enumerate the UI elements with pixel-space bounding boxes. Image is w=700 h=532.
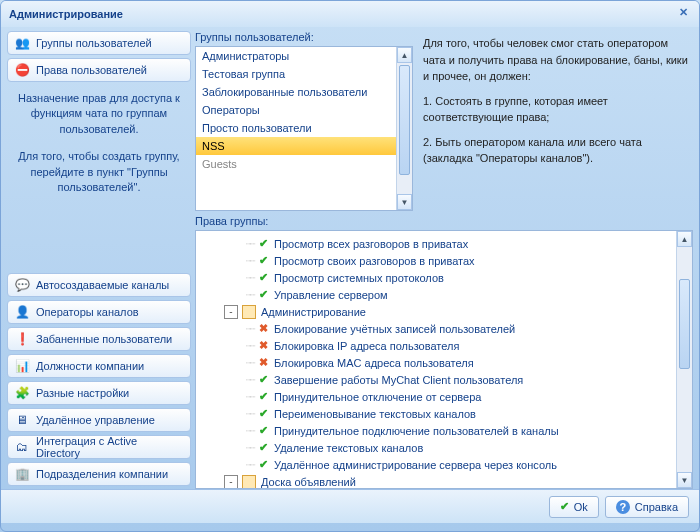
help-text-1: Назначение прав для доступа к функциям ч… [7, 85, 191, 143]
check-icon: ✔ [257, 238, 269, 250]
folder-icon [242, 475, 256, 489]
group-list-item[interactable]: Guests [196, 155, 412, 173]
tree-item-label: Просмотр своих разговоров в приватах [274, 255, 475, 267]
rights-label: Права группы: [195, 215, 693, 227]
folder-icon [242, 305, 256, 319]
tree-leaf[interactable]: ┈┈✔Просмотр всех разговоров в приватах [196, 235, 692, 252]
sidebar-icon: 🏢 [14, 466, 30, 482]
tree-item-label: Просмотр системных протоколов [274, 272, 444, 284]
tree-item-label: Блокировка IP адреса пользователя [274, 340, 459, 352]
group-list-item[interactable]: Операторы [196, 101, 412, 119]
sidebar-item[interactable]: 🧩Разные настройки [7, 381, 191, 405]
tree-item-label: Переименовывание текстовых каналов [274, 408, 476, 420]
tree-item-label: Удалённое администрирование сервера чере… [274, 459, 557, 471]
tree-leaf[interactable]: ┈┈✔Удаление текстовых каналов [196, 439, 692, 456]
sidebar-icon: 🖥 [14, 412, 30, 428]
check-icon: ✔ [257, 255, 269, 267]
close-icon[interactable]: ✕ [675, 6, 691, 22]
ok-button[interactable]: ✔ Ok [549, 496, 599, 518]
scroll-up-icon[interactable]: ▲ [397, 47, 412, 63]
sidebar-item[interactable]: 👥Группы пользователей [7, 31, 191, 55]
scroll-down-icon[interactable]: ▼ [677, 472, 692, 488]
help-icon: ? [616, 500, 630, 514]
tree-item-label: Принудительное отключение от сервера [274, 391, 481, 403]
scroll-up-icon[interactable]: ▲ [677, 231, 692, 247]
groups-listbox[interactable]: АдминистраторыТестовая группаЗаблокирова… [195, 46, 413, 211]
sidebar-icon: 👥 [14, 35, 30, 51]
sidebar-item[interactable]: 🗂Интеграция с Active Directory [7, 435, 191, 459]
sidebar-item-label: Должности компании [36, 360, 144, 372]
sidebar-icon: 🗂 [14, 439, 30, 455]
sidebar-item-label: Права пользователей [36, 64, 147, 76]
sidebar-item-label: Подразделения компании [36, 468, 168, 480]
sidebar-item[interactable]: 📊Должности компании [7, 354, 191, 378]
tree-leaf[interactable]: ┈┈✔Переименовывание текстовых каналов [196, 405, 692, 422]
tree-leaf[interactable]: ┈┈✔Завершение работы MyChat Client польз… [196, 371, 692, 388]
group-list-item[interactable]: Просто пользователи [196, 119, 412, 137]
group-list-item[interactable]: Тестовая группа [196, 65, 412, 83]
sidebar-item-label: Операторы каналов [36, 306, 139, 318]
scroll-down-icon[interactable]: ▼ [397, 194, 412, 210]
sidebar-icon: 🧩 [14, 385, 30, 401]
check-icon: ✔ [257, 391, 269, 403]
tree-node[interactable]: -Администрирование [196, 303, 692, 320]
tree-leaf[interactable]: ┈┈✔Управление сервером [196, 286, 692, 303]
sidebar-item[interactable]: 🏢Подразделения компании [7, 462, 191, 486]
scrollbar[interactable]: ▲ ▼ [396, 47, 412, 210]
tree-item-label: Принудительное подключение пользователей… [274, 425, 559, 437]
sidebar-item[interactable]: 🖥Удалённое управление [7, 408, 191, 432]
check-icon: ✔ [257, 425, 269, 437]
sidebar-item-label: Забаненные пользователи [36, 333, 172, 345]
tree-node[interactable]: -Доска объявлений [196, 473, 692, 489]
tree-item-label: Управление сервером [274, 289, 388, 301]
groups-label: Группы пользователей: [195, 31, 413, 43]
group-list-item[interactable]: Заблокированные пользователи [196, 83, 412, 101]
group-list-item[interactable]: NSS [196, 137, 412, 155]
sidebar-icon: 💬 [14, 277, 30, 293]
sidebar-item[interactable]: ❗Забаненные пользователи [7, 327, 191, 351]
tree-leaf[interactable]: ┈┈✔Удалённое администрирование сервера ч… [196, 456, 692, 473]
tree-leaf[interactable]: ┈┈✔Просмотр своих разговоров в приватах [196, 252, 692, 269]
sidebar-item-label: Удалённое управление [36, 414, 155, 426]
check-icon: ✔ [257, 289, 269, 301]
check-icon: ✔ [560, 500, 569, 513]
sidebar-item[interactable]: 💬Автосоздаваемые каналы [7, 273, 191, 297]
sidebar-icon: ❗ [14, 331, 30, 347]
tree-leaf[interactable]: ┈┈✔Принудительное отключение от сервера [196, 388, 692, 405]
check-icon: ✔ [257, 442, 269, 454]
tree-leaf[interactable]: ┈┈✔Принудительное подключение пользовате… [196, 422, 692, 439]
window-title: Администрирование [9, 8, 123, 20]
tree-toggle-icon[interactable]: - [224, 305, 238, 319]
tree-item-label: Удаление текстовых каналов [274, 442, 423, 454]
scrollbar[interactable]: ▲ ▼ [676, 231, 692, 488]
tree-leaf[interactable]: ┈┈✖Блокировка IP адреса пользователя [196, 337, 692, 354]
scroll-thumb[interactable] [399, 65, 410, 175]
help-button[interactable]: ? Справка [605, 496, 689, 518]
tree-leaf[interactable]: ┈┈✖Блокирование учётных записей пользова… [196, 320, 692, 337]
tree-leaf[interactable]: ┈┈✖Блокировка MAC адреса пользователя [196, 354, 692, 371]
sidebar: 👥Группы пользователей⛔Права пользователе… [7, 31, 191, 489]
help-text-2: Для того, чтобы создать группу, перейдит… [7, 143, 191, 201]
check-icon: ✔ [257, 374, 269, 386]
scroll-thumb[interactable] [679, 279, 690, 369]
tree-toggle-icon[interactable]: - [224, 475, 238, 489]
check-icon: ✔ [257, 272, 269, 284]
cross-icon: ✖ [257, 340, 269, 352]
sidebar-item-label: Группы пользователей [36, 37, 152, 49]
check-icon: ✔ [257, 408, 269, 420]
sidebar-icon: 👤 [14, 304, 30, 320]
tree-item-label: Блокирование учётных записей пользовател… [274, 323, 515, 335]
cross-icon: ✖ [257, 357, 269, 369]
tree-item-label: Блокировка MAC адреса пользователя [274, 357, 474, 369]
tree-item-label: Завершение работы MyChat Client пользова… [274, 374, 523, 386]
sidebar-icon: ⛔ [14, 62, 30, 78]
sidebar-item[interactable]: ⛔Права пользователей [7, 58, 191, 82]
sidebar-item[interactable]: 👤Операторы каналов [7, 300, 191, 324]
rights-tree[interactable]: ┈┈✔Просмотр всех разговоров в приватах┈┈… [195, 230, 693, 489]
tree-leaf[interactable]: ┈┈✔Просмотр системных протоколов [196, 269, 692, 286]
tree-item-label: Доска объявлений [261, 476, 356, 488]
sidebar-icon: 📊 [14, 358, 30, 374]
group-list-item[interactable]: Администраторы [196, 47, 412, 65]
sidebar-item-label: Разные настройки [36, 387, 129, 399]
check-icon: ✔ [257, 459, 269, 471]
